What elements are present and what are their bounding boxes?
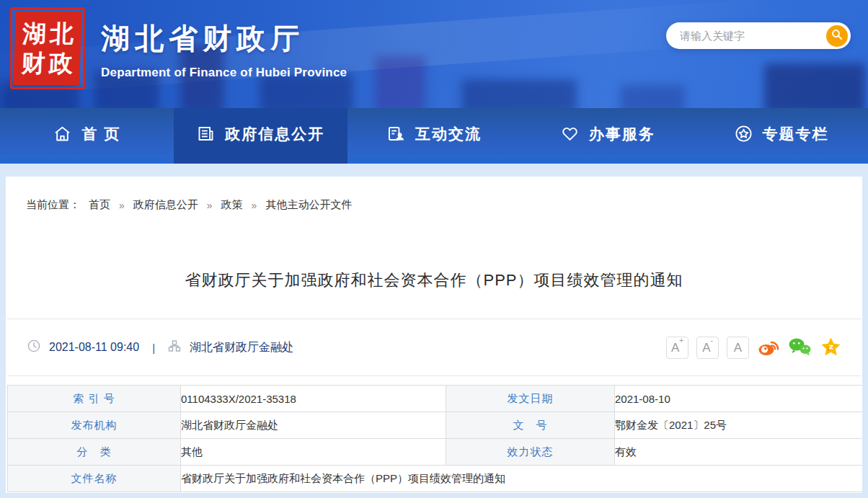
nav-label-services: 办事服务: [589, 124, 655, 144]
main-nav: 首 页 政府信息公开 互动交流 办事服务 专题专栏: [0, 108, 868, 164]
breadcrumb-item-other-docs[interactable]: 其他主动公开文件: [265, 198, 352, 212]
qzone-icon: [820, 337, 841, 359]
font-increase-button[interactable]: A+: [666, 337, 688, 359]
doc-name-value: 省财政厅关于加强政府和社会资本合作（PPP）项目绩效管理的通知: [181, 466, 863, 492]
search-button[interactable]: [826, 25, 848, 47]
content-card: 当前位置： 首页 » 政府信息公开 » 政策 » 其他主动公开文件 省财政厅关于…: [6, 177, 862, 493]
seal-line2: 财政: [17, 48, 76, 78]
doc-issue-date-value: 2021-08-10: [615, 386, 863, 412]
breadcrumb: 当前位置： 首页 » 政府信息公开 » 政策 » 其他主动公开文件: [6, 177, 862, 212]
search-icon: [831, 29, 843, 43]
table-row: 分 类 其他 效力状态 有效: [8, 439, 863, 466]
font-decrease-button[interactable]: A-: [696, 337, 719, 359]
weibo-share-button[interactable]: [757, 336, 780, 359]
nav-label-interaction: 互动交流: [415, 124, 482, 144]
doc-validity-value: 有效: [615, 439, 863, 466]
breadcrumb-separator: »: [207, 200, 213, 211]
sitemap-icon: [168, 339, 181, 355]
seal-line1: 湖北: [19, 19, 78, 48]
nav-item-special-columns[interactable]: 专题专栏: [694, 108, 868, 164]
breadcrumb-separator: »: [252, 200, 257, 211]
site-subtitle: Department of Finance of Hubei Province: [101, 66, 347, 80]
nav-label-special-columns: 专题专栏: [763, 124, 829, 144]
doc-index-value: 01104333X/2021-35318: [181, 386, 446, 412]
interaction-icon: [386, 124, 406, 143]
clock-icon: [27, 339, 40, 355]
breadcrumb-item-home[interactable]: 首页: [89, 198, 110, 212]
meta-separator: |: [152, 342, 155, 354]
nav-item-gov-info[interactable]: 政府信息公开: [174, 108, 347, 164]
heart-icon: [560, 124, 580, 143]
breadcrumb-separator: »: [119, 200, 125, 211]
qzone-share-button[interactable]: [819, 336, 842, 359]
newspaper-icon: [196, 124, 216, 143]
nav-item-services[interactable]: 办事服务: [521, 108, 694, 164]
weibo-icon: [757, 337, 780, 359]
doc-category-value: 其他: [181, 439, 446, 466]
breadcrumb-item-policy[interactable]: 政策: [221, 198, 243, 212]
search-box: [666, 22, 851, 49]
breadcrumb-item-gov-info[interactable]: 政府信息公开: [133, 198, 198, 212]
doc-number-value: 鄂财金发〔2021〕25号: [615, 412, 863, 439]
table-row: 文件名称 省财政厅关于加强政府和社会资本合作（PPP）项目绩效管理的通知: [8, 466, 863, 492]
publish-time: 2021-08-11 09:40: [49, 341, 139, 354]
wechat-share-button[interactable]: [788, 336, 811, 359]
table-row: 发布机构 湖北省财政厅金融处 文 号 鄂财金发〔2021〕25号: [8, 412, 863, 439]
doc-name-label: 文件名称: [8, 466, 181, 492]
table-row: 索 引 号 01104333X/2021-35318 发文日期 2021-08-…: [8, 386, 863, 412]
doc-number-label: 文 号: [446, 412, 615, 439]
nav-label-gov-info: 政府信息公开: [225, 124, 324, 144]
nav-item-interaction[interactable]: 互动交流: [347, 108, 521, 164]
document-info-table: 索 引 号 01104333X/2021-35318 发文日期 2021-08-…: [7, 385, 862, 492]
article-title: 省财政厅关于加强政府和社会资本合作（PPP）项目绩效管理的通知: [6, 270, 862, 291]
article-meta-bar: 2021-08-11 09:40 | 湖北省财政厅金融处 A+ A- A: [7, 319, 861, 376]
search-input[interactable]: [666, 22, 818, 49]
site-banner: 湖北 财政 湖北省财政厅 Department of Finance of Hu…: [0, 0, 868, 108]
doc-agency-value: 湖北省财政厅金融处: [181, 412, 446, 439]
doc-category-label: 分 类: [8, 439, 181, 466]
hubei-finance-seal-logo: 湖北 财政: [10, 7, 85, 89]
star-circle-icon: [734, 124, 753, 143]
site-brand: 湖北 财政 湖北省财政厅 Department of Finance of Hu…: [10, 7, 347, 89]
site-title: 湖北省财政厅: [101, 19, 347, 58]
home-icon: [53, 124, 72, 143]
doc-agency-label: 发布机构: [8, 412, 181, 439]
doc-validity-label: 效力状态: [446, 439, 615, 466]
article-source[interactable]: 湖北省财政厅金融处: [190, 340, 293, 355]
font-reset-button[interactable]: A: [727, 337, 749, 359]
doc-index-label: 索 引 号: [8, 386, 181, 412]
nav-label-home: 首 页: [81, 124, 120, 144]
doc-issue-date-label: 发文日期: [446, 386, 615, 412]
breadcrumb-label: 当前位置：: [26, 198, 80, 212]
wechat-icon: [788, 337, 812, 359]
nav-item-home[interactable]: 首 页: [0, 108, 174, 164]
